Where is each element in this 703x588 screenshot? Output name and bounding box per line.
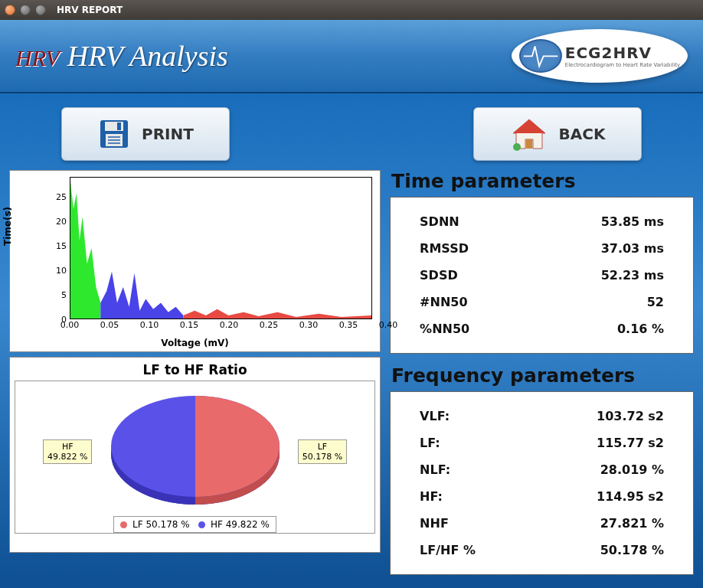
- param-row: RMSSD37.03 ms: [412, 235, 672, 262]
- param-row: NHF27.821 %: [412, 510, 672, 537]
- svg-marker-11: [70, 181, 100, 318]
- svg-marker-12: [100, 272, 183, 318]
- page-body: HRV HRV Analysis ECG2HRV Electrocardiogr…: [0, 20, 703, 588]
- param-row: LF:115.77 s2: [412, 430, 672, 456]
- pie-label-hf: HF 49.822 %: [43, 439, 92, 464]
- ytick: 20: [48, 217, 67, 227]
- time-params-heading: Time parameters: [391, 170, 694, 192]
- svg-rect-2: [117, 122, 121, 130]
- brand-tagline: Electrocardiogram to Heart Rate Variabil…: [565, 62, 681, 68]
- content-area: Time(s) Voltage (mV) 0 5 10 15 20 25 0.: [0, 170, 703, 586]
- y-axis-label: Time(s): [2, 207, 13, 246]
- param-row: SDSD52.23 ms: [412, 262, 672, 289]
- pie-label-lf: LF 50.178 %: [298, 439, 347, 464]
- pie-chart: LF to HF Ratio HF 49.822 % LF 50.178 %: [9, 357, 381, 553]
- param-row: VLF:103.72 s2: [412, 403, 672, 430]
- xtick: 0.10: [140, 320, 159, 330]
- xtick: 0.25: [260, 320, 279, 330]
- window-title: HRV REPORT: [57, 5, 123, 15]
- xtick: 0.30: [299, 320, 319, 330]
- freq-params-box: VLF:103.72 s2 LF:115.77 s2 NLF:28.019 % …: [390, 391, 694, 575]
- param-row: NLF:28.019 %: [412, 456, 672, 483]
- svg-marker-13: [183, 309, 371, 318]
- app-name: HRV Analysis: [67, 39, 228, 73]
- ytick: 25: [48, 192, 67, 202]
- xtick: 0.35: [339, 320, 358, 330]
- pie-legend: LF 50.178 % HF 49.822 %: [15, 516, 374, 533]
- legend-lf: LF 50.178 %: [132, 519, 190, 530]
- svg-marker-8: [513, 119, 545, 133]
- spectrum-chart: Time(s) Voltage (mV) 0 5 10 15 20 25 0.: [9, 170, 381, 352]
- window-titlebar: HRV REPORT: [0, 0, 703, 20]
- print-button[interactable]: PRINT: [61, 107, 230, 161]
- svg-rect-9: [526, 139, 532, 149]
- xtick: 0.20: [220, 320, 239, 330]
- toolbar: PRINT BACK: [0, 93, 703, 170]
- svg-point-10: [513, 143, 521, 151]
- param-row: LF/HF %50.178 %: [412, 537, 672, 564]
- pie-title: LF to HF Ratio: [15, 362, 375, 377]
- spectrum-plot-area: [70, 177, 372, 319]
- x-axis-label: Voltage (mV): [161, 338, 229, 348]
- home-icon: [510, 116, 548, 152]
- brand-logo: ECG2HRV Electrocardiogram to Heart Rate …: [512, 29, 688, 83]
- close-icon[interactable]: [5, 5, 15, 15]
- xtick: 0.40: [379, 320, 398, 330]
- floppy-disk-icon: [97, 117, 131, 151]
- back-button[interactable]: BACK: [473, 107, 642, 161]
- param-row: HF:114.95 s2: [412, 483, 672, 510]
- pulse-icon: [519, 39, 562, 73]
- ytick: 10: [48, 266, 67, 276]
- pie-graphic: [103, 385, 287, 508]
- param-row: %NN500.16 %: [412, 315, 672, 342]
- ytick: 5: [48, 290, 67, 300]
- ytick: 15: [48, 241, 67, 251]
- parameters-column: Time parameters SDNN53.85 ms RMSSD37.03 …: [390, 170, 694, 586]
- maximize-icon[interactable]: [35, 5, 46, 15]
- legend-swatch-lf: [120, 521, 127, 528]
- hrv-logo-text: HRV: [15, 45, 60, 71]
- time-params-box: SDNN53.85 ms RMSSD37.03 ms SDSD52.23 ms …: [390, 197, 694, 354]
- param-row: SDNN53.85 ms: [412, 208, 672, 235]
- app-header: HRV HRV Analysis ECG2HRV Electrocardiogr…: [0, 20, 703, 93]
- legend-swatch-hf: [198, 521, 205, 528]
- back-label: BACK: [559, 125, 606, 143]
- param-row: #NN5052: [412, 289, 672, 315]
- xtick: 0.05: [100, 320, 119, 330]
- print-label: PRINT: [142, 125, 194, 143]
- brand-name: ECG2HRV: [565, 44, 652, 62]
- freq-params-heading: Frequency parameters: [391, 364, 694, 387]
- charts-column: Time(s) Voltage (mV) 0 5 10 15 20 25 0.: [9, 170, 381, 586]
- xtick: 0.00: [60, 320, 80, 330]
- xtick: 0.15: [180, 320, 199, 330]
- minimize-icon[interactable]: [20, 5, 31, 15]
- legend-hf: HF 49.822 %: [211, 519, 270, 530]
- app-title: HRV HRV Analysis: [15, 39, 228, 73]
